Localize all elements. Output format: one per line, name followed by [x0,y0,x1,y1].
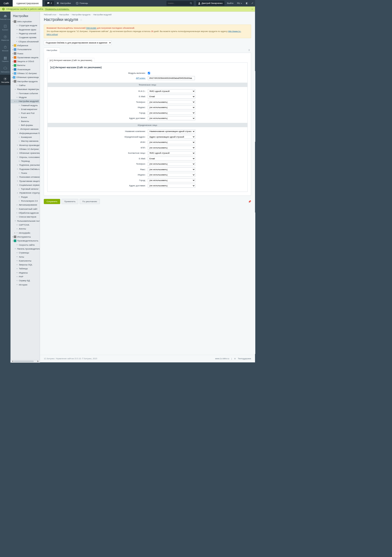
siteupdate-link[interactable]: SiteUpdate [86,27,96,29]
tree-item[interactable]: Информационные блоки [11,131,40,135]
tree-item[interactable]: Запросы SQL [11,263,40,267]
breadcrumb-link[interactable]: Рабочий стол [44,13,56,16]
tree-item[interactable]: Email-маркетинг [11,107,40,111]
field-select[interactable]: (не использовать) [148,162,195,166]
tree-item[interactable]: ▾Производительность [11,239,40,243]
tab-admin[interactable]: Администрирование [13,0,43,6]
tree-item[interactable]: Опросы, голосования [11,155,40,159]
scroll-right-icon[interactable]: ▶ [37,360,39,362]
tree-item[interactable]: Панель производительности [11,247,40,251]
tree-item[interactable]: ▸Защита от DDoS [11,59,40,63]
field-select[interactable]: (не использовать) [148,116,195,120]
tree-item[interactable]: Push and Pull [11,111,40,115]
tab-settings[interactable]: Настройки [44,48,60,53]
tree-item[interactable]: Монитор производительности [11,143,40,147]
tree-item[interactable]: Страницы [11,251,40,255]
tree-item[interactable]: Поисковая оптимизация [11,175,40,179]
tree-item[interactable]: Социальные сервисы [11,183,40,187]
header-settings-link[interactable]: Настройки [54,0,74,6]
header-search[interactable] [166,1,194,6]
site-subtab[interactable]: [s1] Интернет-магазин (Сайт по умолчанию… [47,58,95,62]
field-select[interactable]: Наименование организации одной строкой [148,129,195,133]
rail-item-6[interactable]: Настройки [0,75,11,85]
tree-item[interactable]: Выделение фраз [11,28,40,31]
tree-item[interactable]: ▾Настройки продукта [11,79,40,83]
tree-item[interactable]: Индексы [11,271,40,275]
tree-item[interactable]: Агенты [11,227,40,231]
search-input[interactable] [168,2,190,4]
fullscreen-icon[interactable]: ⤢ [250,0,255,6]
header-help-link[interactable]: ? Помощь [74,0,90,6]
close-icon[interactable]: × [251,8,253,10]
tree-horizontal-scrollbar[interactable]: ◀ ▶ [11,360,40,362]
field-select[interactable]: ФИО одной строкой [148,89,195,93]
tree-item[interactable]: Управление структурой [11,191,40,195]
layout-toggle-icon[interactable]: ◧ [244,0,249,6]
tree-item[interactable]: Конверсия [11,135,40,139]
tree-item[interactable]: ▸Поиск [11,52,40,55]
tree-item[interactable]: ▸Инструменты [11,235,40,239]
tree-item[interactable]: Фотогалерея 2.0 [11,199,40,203]
tree-item[interactable]: ▸Облако 1С-Битрикс [11,71,40,75]
tab-site[interactable]: Сайт [0,0,13,6]
tree-item[interactable]: PHP [11,275,40,278]
tree-item[interactable]: Подписка, рассылки [11,163,40,167]
scroll-left-icon[interactable]: ◀ [12,360,13,362]
field-select[interactable]: Email [148,157,195,160]
tree-item[interactable]: Пользовательские поля [11,219,40,223]
expand-icon[interactable]: ▸ [14,232,16,234]
tree-item[interactable]: Композитный сайт [11,207,40,211]
rail-item-0[interactable]: Рабочий стол [0,12,11,22]
tree-item[interactable]: Облако 1С-Битрикс [11,147,40,151]
rail-item-2[interactable]: Маркетинг [0,33,11,43]
user-menu[interactable]: Дмитрий Захарченко [196,1,224,6]
save-button[interactable]: Сохранить [44,199,60,204]
field-select[interactable]: (не использовать) [148,111,195,115]
tree-item[interactable]: История [11,283,40,287]
tree-item[interactable]: Блоги [11,115,40,119]
tree-item[interactable]: CAPTCHA [11,223,40,227]
tree-item[interactable]: Проактивная защита [11,179,40,183]
tree-item[interactable]: Форум [11,195,40,199]
tree-item[interactable]: ▸Пользователи [11,47,40,51]
tree-item[interactable]: Список мастеров [11,215,40,219]
expand-icon[interactable]: ⇕ [248,47,251,53]
tree-item[interactable]: Создание архива [11,36,40,40]
tree-item[interactable]: ▸Избранное [11,43,40,47]
field-select[interactable]: (не использовать) [148,184,195,188]
tree-item[interactable]: ▸Валюты [11,63,40,67]
tree-item[interactable]: Сайты [11,83,40,87]
default-button[interactable]: По умолчанию [80,199,100,204]
rail-item-4[interactable]: Сервисы [0,54,11,64]
field-select[interactable]: Email [148,94,195,98]
tree-item[interactable]: Валюты [11,119,40,123]
field-select[interactable]: (не использовать) [148,100,195,104]
tree-item[interactable]: Облачные хранилища [11,151,40,155]
field-select[interactable]: (не использовать) [148,167,195,171]
rail-item-5[interactable]: Marketplace [0,64,11,75]
tree-item[interactable]: Языковые параметры [11,87,40,91]
tree-item[interactable]: ▾Настройки модулей [11,99,40,103]
tree-item[interactable]: Главный модуль [11,103,40,107]
breadcrumb-link[interactable]: Настройки модулей [93,13,112,16]
tree-item[interactable]: ▸Локализация [11,67,40,71]
tree-item[interactable]: Торговый каталог [11,187,40,191]
apply-button[interactable]: Применить [62,199,78,204]
pin-icon[interactable]: 📌 [248,200,251,203]
field-select[interactable]: (не использовать) [148,178,195,182]
module-select[interactable]: Подсказки DaData.ru для редактирования з… [44,41,111,45]
rail-item-3[interactable]: Магазин [0,43,11,54]
tree-item[interactable]: Мастер магазина [11,139,40,143]
notice-check-link[interactable]: Проверить и исправить. [45,8,69,10]
tree-item[interactable]: Почтовые события [11,91,40,95]
rail-item-1[interactable]: Контент [0,22,11,33]
tree-item[interactable]: Обработка адресов [11,211,40,215]
tree-item[interactable]: Модули [11,95,40,99]
notifications-counter[interactable]: 2 [45,1,54,6]
favorite-star-icon[interactable]: ☆ [80,18,82,21]
tree-item[interactable]: Подсказки DaData.ru для редактирования з… [11,167,40,171]
tree-item[interactable]: Перевод [11,159,40,163]
breadcrumb-link[interactable]: Настройки продукта [72,13,90,16]
tree-item[interactable]: Веб-формы [11,123,40,127]
footer-support-link[interactable]: Техподдержка [238,358,251,360]
